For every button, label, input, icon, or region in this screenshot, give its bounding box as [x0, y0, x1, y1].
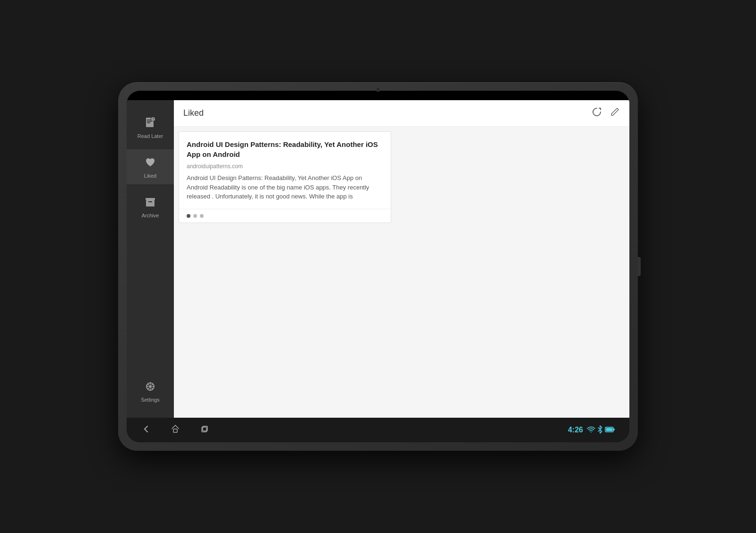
status-bar: 4:26 — [568, 425, 615, 435]
refresh-button[interactable] — [592, 107, 602, 120]
dot-2 — [193, 214, 197, 218]
gear-icon — [143, 379, 158, 394]
heart-icon — [143, 155, 158, 170]
sidebar-nav: Read Later Liked — [127, 110, 174, 373]
top-bar-title: Liked — [183, 108, 204, 118]
article-title: Android UI Design Patterns: Readability,… — [187, 139, 383, 159]
wifi-icon — [587, 426, 595, 434]
sidebar: Read Later Liked — [127, 100, 174, 418]
read-later-label: Read Later — [137, 133, 163, 139]
top-bar: Liked — [174, 100, 629, 127]
camera — [376, 87, 380, 92]
svg-rect-14 — [173, 429, 177, 432]
time-display: 4:26 — [568, 426, 583, 434]
nav-controls — [141, 424, 210, 437]
article-card-inner: Android UI Design Patterns: Readability,… — [179, 132, 391, 209]
svg-rect-10 — [148, 201, 152, 202]
sidebar-bottom: Settings — [141, 373, 160, 408]
read-later-icon — [143, 115, 158, 130]
recents-button[interactable] — [199, 424, 210, 437]
sidebar-item-read-later[interactable]: Read Later — [127, 110, 174, 145]
sidebar-item-archive[interactable]: Archive — [127, 189, 174, 224]
screen: Read Later Liked — [127, 91, 629, 442]
article-card[interactable]: Android UI Design Patterns: Readability,… — [179, 131, 391, 223]
archive-label: Archive — [142, 213, 159, 218]
main-content: Liked — [174, 100, 629, 418]
content-area: Android UI Design Patterns: Readability,… — [174, 127, 629, 418]
svg-rect-2 — [147, 121, 152, 122]
side-button[interactable] — [638, 257, 641, 276]
article-excerpt: Android UI Design Patterns: Readability,… — [187, 173, 383, 201]
sidebar-item-settings[interactable]: Settings — [141, 373, 160, 408]
svg-rect-3 — [147, 122, 150, 123]
svg-point-13 — [149, 385, 152, 388]
dot-1 — [187, 214, 190, 218]
archive-icon — [143, 195, 158, 210]
liked-label: Liked — [144, 173, 156, 179]
app-wrapper: Read Later Liked — [127, 100, 629, 418]
back-button[interactable] — [141, 424, 151, 437]
svg-rect-20 — [614, 429, 615, 430]
article-domain: androiduipatterns.com — [187, 163, 383, 170]
battery-icon — [605, 426, 615, 434]
svg-rect-19 — [606, 428, 613, 431]
card-dots — [179, 209, 391, 223]
settings-label: Settings — [141, 397, 160, 403]
tablet: Read Later Liked — [118, 82, 638, 451]
dot-3 — [200, 214, 204, 218]
svg-rect-9 — [146, 200, 155, 206]
edit-button[interactable] — [610, 107, 620, 120]
svg-point-17 — [591, 431, 592, 432]
nav-bar: 4:26 — [127, 418, 629, 442]
sidebar-item-liked[interactable]: Liked — [127, 149, 174, 184]
status-icons — [587, 425, 615, 435]
bluetooth-icon — [597, 425, 603, 435]
home-button[interactable] — [170, 424, 180, 437]
svg-rect-8 — [146, 198, 155, 200]
top-bar-actions — [592, 107, 620, 120]
